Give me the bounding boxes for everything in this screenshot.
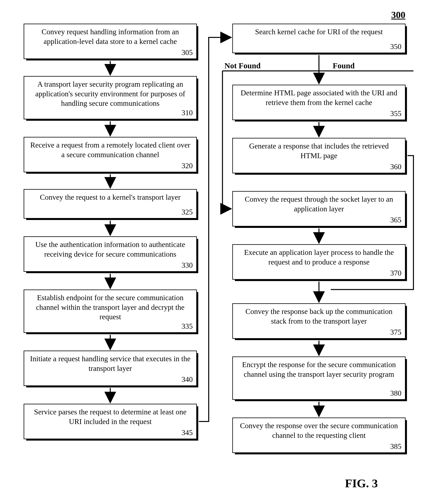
step-340: Initiate a request handling service that… [24, 351, 197, 386]
step-num: 340 [181, 375, 193, 384]
step-text: Execute an application layer process to … [244, 248, 394, 266]
step-num: 365 [390, 215, 402, 225]
step-text: Use the authentication information to au… [36, 240, 185, 258]
step-num: 325 [181, 207, 193, 217]
step-num: 345 [181, 428, 193, 437]
step-num: 385 [390, 441, 402, 451]
step-335: Establish endpoint for the secure commun… [24, 289, 197, 333]
step-365: Convey the request through the socket la… [232, 191, 406, 226]
step-text: Search kernel cache for URI of the reque… [255, 27, 383, 36]
step-310: A transport layer security program repli… [24, 76, 197, 119]
step-text: A transport layer security program repli… [35, 80, 185, 107]
step-text: Receive a request from a remotely locate… [30, 141, 190, 159]
step-num: 380 [390, 388, 402, 398]
step-text: Convey the response over the secure comm… [240, 422, 398, 439]
step-text: Convey the request through the socket la… [245, 195, 393, 213]
step-num: 370 [390, 268, 402, 278]
step-num: 310 [181, 108, 193, 117]
step-text: Convey request handling information from… [42, 27, 179, 45]
label-not-found: Not Found [224, 61, 260, 70]
step-num: 350 [390, 42, 402, 51]
step-text: Convey the request to a kernel's transpo… [40, 193, 181, 201]
step-380: Encrypt the response for the secure comm… [232, 357, 406, 400]
step-num: 375 [390, 327, 402, 337]
step-355: Determine HTML page associated with the … [232, 85, 406, 120]
step-text: Generate a response that includes the re… [249, 142, 389, 160]
step-text: Encrypt the response for the secure comm… [242, 360, 396, 378]
step-num: 355 [390, 109, 402, 118]
step-num: 360 [390, 162, 402, 171]
label-found: Found [333, 61, 355, 70]
step-375: Convey the response back up the communic… [232, 303, 406, 339]
step-text: Convey the response back up the communic… [245, 307, 392, 325]
step-370: Execute an application layer process to … [232, 244, 406, 280]
step-text: Initiate a request handling service that… [30, 354, 191, 372]
step-num: 320 [181, 161, 193, 171]
step-num: 335 [181, 321, 193, 331]
step-text: Determine HTML page associated with the … [241, 89, 397, 107]
step-text: Establish endpoint for the secure commun… [36, 293, 185, 321]
step-320: Receive a request from a remotely locate… [24, 137, 197, 172]
step-385: Convey the response over the secure comm… [232, 418, 406, 453]
step-350: Search kernel cache for URI of the reque… [232, 24, 406, 53]
step-360: Generate a response that includes the re… [232, 138, 406, 173]
step-text: Service parses the request to determine … [34, 408, 187, 426]
step-305: Convey request handling information from… [24, 24, 197, 59]
step-num: 305 [181, 48, 193, 57]
step-330: Use the authentication information to au… [24, 236, 197, 272]
step-345: Service parses the request to determine … [24, 404, 197, 439]
page-number: 300 [391, 9, 405, 20]
figure-caption: FIG. 3 [345, 477, 378, 490]
step-325: Convey the request to a kernel's transpo… [24, 189, 197, 219]
step-num: 330 [181, 260, 193, 270]
